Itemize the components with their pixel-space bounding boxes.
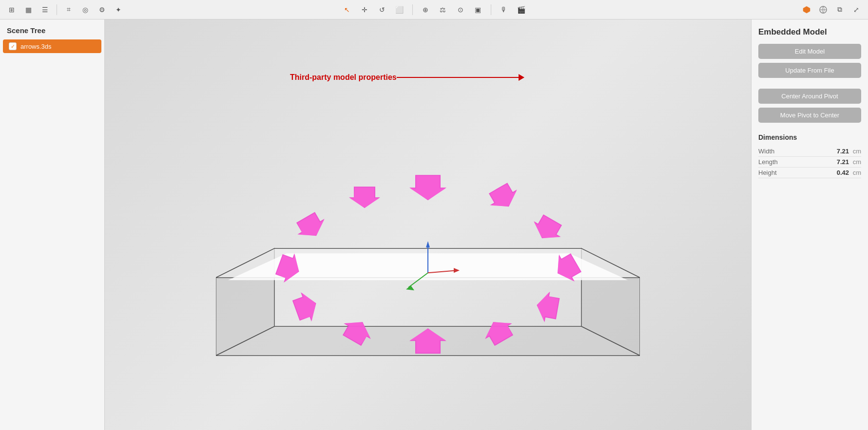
dimension-width-value: 7.21 — [837, 148, 849, 155]
dimension-row-width: Width 7.21 cm — [758, 146, 861, 157]
mic-icon[interactable]: 🎙 — [497, 3, 511, 17]
expand-icon[interactable]: ⤢ — [849, 3, 863, 17]
camera-icon[interactable]: ⌗ — [62, 3, 76, 17]
toolbar-separator-2 — [412, 4, 413, 15]
scene-item-arrows[interactable]: ✓ arrows.3ds — [3, 39, 101, 53]
target-icon[interactable]: ◎ — [78, 3, 92, 17]
edit-model-button[interactable]: Edit Model — [758, 44, 861, 59]
dimension-length-label: Length — [758, 158, 778, 166]
rotate-icon[interactable]: ↺ — [375, 3, 389, 17]
svg-marker-0 — [803, 6, 810, 13]
move-icon[interactable]: ✛ — [358, 3, 371, 17]
toolbar-separator-1 — [57, 4, 57, 15]
dimension-height-unit: cm — [853, 169, 861, 176]
toolbar-right: ⧉ ⤢ — [800, 3, 863, 17]
center-around-pivot-button[interactable]: Center Around Pivot — [758, 89, 861, 104]
sidebar: Scene Tree ✓ arrows.3ds — [0, 19, 105, 430]
toolbar-separator-3 — [491, 4, 491, 15]
3d-model — [216, 93, 640, 387]
window-icon[interactable]: ⧉ — [833, 3, 847, 17]
target2-icon[interactable]: ⊙ — [454, 3, 467, 17]
sidebar-title: Scene Tree — [0, 19, 104, 39]
cube-icon[interactable] — [800, 3, 813, 17]
arrow-line — [397, 77, 519, 78]
settings-icon[interactable]: ⚙ — [95, 3, 109, 17]
toolbar: ⊞ ▦ ☰ ⌗ ◎ ⚙ ✦ ↖ ✛ ↺ ⬜ ⊕ ⚖ ⊙ ▣ 🎙 🎬 ⧉ ⤢ — [0, 0, 868, 19]
annotation-arrow — [397, 74, 524, 81]
sphere-icon[interactable] — [816, 3, 830, 17]
toolbar-center: ↖ ✛ ↺ ⬜ ⊕ ⚖ ⊙ ▣ 🎙 🎬 — [340, 3, 528, 17]
annotation: Third-party model properties — [290, 73, 524, 82]
scale-icon[interactable]: ⬜ — [393, 3, 406, 17]
svg-marker-9 — [426, 241, 430, 247]
svg-marker-13 — [406, 285, 414, 290]
viewport[interactable]: Third-party model properties — [105, 19, 751, 430]
scene-item-label: arrows.3ds — [20, 43, 52, 50]
right-panel: Embedded Model Edit Model Update From Fi… — [751, 19, 868, 430]
main-layout: Scene Tree ✓ arrows.3ds Third-party mode… — [0, 19, 868, 430]
panels-icon[interactable]: ▦ — [21, 3, 35, 17]
dimension-row-height: Height 0.42 cm — [758, 168, 861, 178]
svg-marker-29 — [292, 290, 320, 324]
render-icon[interactable]: ▣ — [471, 3, 485, 17]
panel-divider-1 — [758, 82, 861, 89]
dimension-width-label: Width — [758, 148, 774, 155]
move-pivot-to-center-button[interactable]: Move Pivot to Center — [758, 108, 861, 123]
physics-icon[interactable]: ⚖ — [436, 3, 450, 17]
dimensions-title: Dimensions — [758, 133, 861, 141]
dimension-length-value: 7.21 — [837, 158, 849, 166]
dimension-row-length: Length 7.21 cm — [758, 157, 861, 168]
light-icon[interactable]: ✦ — [112, 3, 125, 17]
grid-icon[interactable]: ⊞ — [5, 3, 19, 17]
menu-icon[interactable]: ☰ — [38, 3, 52, 17]
arrow-head — [519, 74, 524, 81]
film-icon[interactable]: 🎬 — [515, 3, 528, 17]
dimension-width-unit: cm — [853, 148, 861, 155]
dimension-height-label: Height — [758, 169, 777, 176]
panel-divider-2 — [758, 127, 861, 133]
scene-item-checkbox[interactable]: ✓ — [9, 42, 17, 50]
snap-icon[interactable]: ⊕ — [419, 3, 432, 17]
dimension-height-value: 0.42 — [837, 169, 849, 176]
dimension-length-unit: cm — [853, 158, 861, 166]
annotation-text: Third-party model properties — [290, 73, 397, 82]
embedded-model-title: Embedded Model — [758, 27, 861, 37]
update-from-file-button[interactable]: Update From File — [758, 63, 861, 78]
select-icon[interactable]: ↖ — [340, 3, 354, 17]
